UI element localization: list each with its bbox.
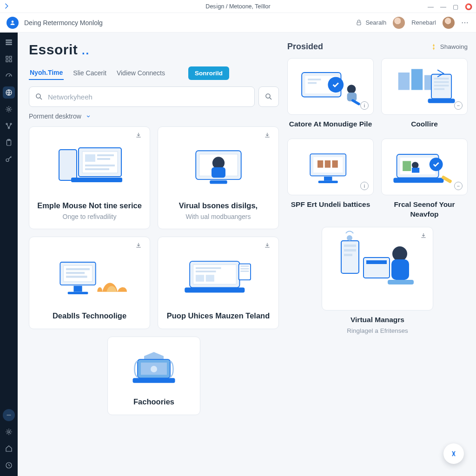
info-icon[interactable]: i xyxy=(360,182,369,190)
svg-point-11 xyxy=(8,108,10,111)
right-heading: Prosided xyxy=(287,42,323,52)
person-icon xyxy=(9,20,16,26)
window-close[interactable]: ⭕ xyxy=(465,3,472,10)
svg-rect-29 xyxy=(97,154,114,156)
card-deablls-tech[interactable]: Deablls Technoolige xyxy=(29,237,150,329)
download-icon[interactable] xyxy=(264,132,273,141)
card-emple-mouse[interactable]: Emple Mouse Not tine serice Onge to refi… xyxy=(29,126,150,229)
svg-rect-99 xyxy=(366,260,387,264)
window-restore[interactable]: — xyxy=(440,3,446,10)
svg-rect-87 xyxy=(403,161,411,171)
svg-rect-54 xyxy=(240,265,249,267)
rail-settings[interactable] xyxy=(3,426,15,438)
card-virtual-bsones[interactable]: Virual bsones disilgs, With ual modbuang… xyxy=(158,126,279,229)
rcard-coollire[interactable]: − xyxy=(381,58,468,115)
rcard-title: Virtual Managrs xyxy=(322,315,433,325)
window-maximize[interactable]: ▢ xyxy=(453,3,458,10)
svg-rect-50 xyxy=(195,275,204,282)
share-link[interactable]: Shawoing xyxy=(430,43,468,51)
tab-pill[interactable]: Sonrorild xyxy=(188,66,229,80)
svg-rect-25 xyxy=(59,150,77,180)
svg-line-24 xyxy=(270,98,271,99)
chevron-down-icon xyxy=(85,113,92,119)
more-menu[interactable]: ⋯ xyxy=(461,18,469,27)
rail-globe[interactable] xyxy=(3,86,15,99)
rail-grid[interactable] xyxy=(3,53,15,65)
svg-point-66 xyxy=(347,85,356,93)
rcard-title: Frcal Seenof Your Neavfop xyxy=(381,200,468,219)
svg-rect-55 xyxy=(240,268,249,270)
nav-rail xyxy=(0,33,18,476)
rail-menu[interactable] xyxy=(3,36,15,48)
info-icon[interactable]: − xyxy=(454,101,463,110)
tabs: Nyoh.Time Slie Cacerit Vidiew Connects S… xyxy=(29,66,279,80)
card-sub: With ual modbuangers xyxy=(165,213,271,220)
search-button[interactable] xyxy=(258,86,279,107)
rcard-catore[interactable]: i xyxy=(287,58,374,115)
download-icon[interactable] xyxy=(420,232,427,241)
app-handle-icon xyxy=(4,3,10,9)
svg-rect-33 xyxy=(71,178,122,182)
search-input[interactable] xyxy=(48,93,249,101)
svg-line-22 xyxy=(40,98,42,99)
rail-clipboard[interactable] xyxy=(3,137,15,149)
rcard-frcal-seenof[interactable]: − xyxy=(381,139,468,195)
rail-gear[interactable] xyxy=(3,103,15,115)
tab-1[interactable]: Slie Cacerit xyxy=(72,66,107,79)
svg-point-88 xyxy=(412,162,418,168)
fab-help[interactable] xyxy=(443,443,464,464)
svg-rect-60 xyxy=(133,378,175,383)
svg-point-23 xyxy=(266,94,270,98)
rail-collapse[interactable] xyxy=(3,409,15,421)
svg-rect-41 xyxy=(66,268,90,271)
info-icon[interactable]: − xyxy=(454,182,463,190)
info-icon[interactable]: i xyxy=(360,101,369,110)
rail-key[interactable] xyxy=(3,153,15,165)
filter-label: Porment desktrow xyxy=(29,112,81,120)
svg-rect-42 xyxy=(66,272,85,274)
card-illustration xyxy=(165,133,271,198)
tab-0[interactable]: Nyoh.Time xyxy=(29,66,64,80)
card-title: Emple Mouse Not tine serice xyxy=(37,201,142,210)
app-header: Deing Retermoncy Monlolg Searalh Renebar… xyxy=(0,13,476,33)
filter-dropdown[interactable]: Porment desktrow xyxy=(29,112,279,120)
rcard-title: Coollire xyxy=(381,119,468,129)
card-title: Fachoories xyxy=(115,397,192,406)
rcard-virtual-managers[interactable] xyxy=(322,227,433,311)
svg-line-9 xyxy=(9,75,10,77)
download-icon[interactable] xyxy=(264,242,273,251)
rail-dashboard[interactable] xyxy=(3,70,15,82)
download-icon[interactable] xyxy=(135,242,144,251)
svg-rect-83 xyxy=(324,177,332,181)
svg-rect-48 xyxy=(195,267,221,269)
tab-2[interactable]: Vidiew Connects xyxy=(116,66,166,79)
rail-clock[interactable] xyxy=(3,459,15,471)
svg-rect-63 xyxy=(308,79,321,80)
svg-rect-32 xyxy=(85,168,109,170)
svg-rect-94 xyxy=(344,245,356,247)
svg-rect-81 xyxy=(325,160,331,168)
search-icon xyxy=(264,93,273,101)
card-puop-uhices[interactable]: Puop Uhices Mauzen Teland xyxy=(158,237,279,329)
svg-rect-77 xyxy=(428,99,455,103)
svg-rect-6 xyxy=(10,56,12,59)
svg-rect-74 xyxy=(434,81,449,83)
rail-nodes[interactable] xyxy=(3,120,15,132)
download-icon[interactable] xyxy=(135,132,144,141)
svg-point-19 xyxy=(8,431,10,433)
rcard-spf-ert[interactable]: i xyxy=(287,139,374,195)
svg-rect-2 xyxy=(6,40,12,41)
window-minimize[interactable]: — xyxy=(428,3,434,10)
card-fachoories[interactable]: Fachoories xyxy=(107,337,200,415)
search-box[interactable] xyxy=(29,86,255,107)
svg-rect-5 xyxy=(6,56,8,59)
avatar-1[interactable] xyxy=(393,17,405,29)
svg-rect-45 xyxy=(67,292,88,294)
svg-point-36 xyxy=(212,157,224,169)
svg-rect-84 xyxy=(318,181,338,183)
sparkle-icon xyxy=(449,449,458,458)
search-icon xyxy=(35,93,43,101)
header-search[interactable]: Searalh xyxy=(355,19,386,26)
avatar-2[interactable] xyxy=(443,17,455,29)
rail-home[interactable] xyxy=(3,443,15,455)
